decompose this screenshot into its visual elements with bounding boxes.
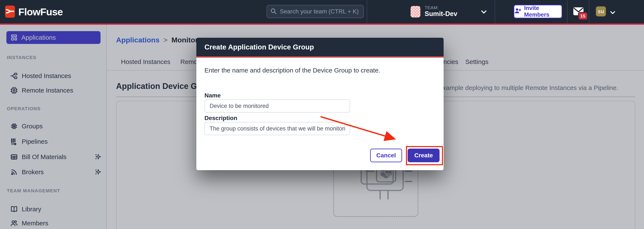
- invite-members-label: Invite Members: [524, 5, 562, 18]
- team-chevron-down-icon[interactable]: [480, 9, 487, 15]
- user-avatar[interactable]: su: [596, 7, 606, 17]
- team-label: TEAM:: [425, 5, 439, 10]
- annotation-arrow: [315, 113, 405, 146]
- top-navbar: FlowFuse TEAM: Sumit-Dev Invit: [0, 0, 644, 25]
- team-name: Sumit-Dev: [425, 10, 457, 18]
- nav-divider: [495, 0, 495, 24]
- search-icon: [270, 8, 277, 15]
- dialog-title: Create Application Device Group: [196, 38, 444, 57]
- flowfuse-app: FlowFuse TEAM: Sumit-Dev Invit: [0, 0, 644, 229]
- nav-divider: [567, 0, 568, 24]
- team-avatar[interactable]: [410, 6, 420, 18]
- user-chevron-down-icon[interactable]: [610, 10, 616, 16]
- description-field-label: Description: [204, 115, 237, 122]
- name-input[interactable]: [204, 99, 350, 113]
- dialog-body-text: Enter the name and description of the De…: [204, 67, 380, 74]
- team-search[interactable]: [267, 5, 364, 18]
- cancel-button[interactable]: Cancel: [370, 149, 402, 162]
- nav-divider: [589, 0, 589, 24]
- name-field-label: Name: [204, 92, 221, 99]
- fork-icon: [6, 7, 14, 17]
- dialog-header-accent: [196, 57, 444, 58]
- annotation-highlight-box: [406, 146, 443, 165]
- brand-title: FlowFuse: [18, 0, 63, 24]
- search-input[interactable]: [280, 8, 360, 15]
- notification-count-badge: 15: [578, 12, 588, 20]
- flowfuse-logo[interactable]: [5, 6, 15, 18]
- invite-members-button[interactable]: Invite Members: [514, 5, 562, 18]
- nav-divider: [367, 0, 367, 24]
- user-plus-icon: [514, 7, 522, 16]
